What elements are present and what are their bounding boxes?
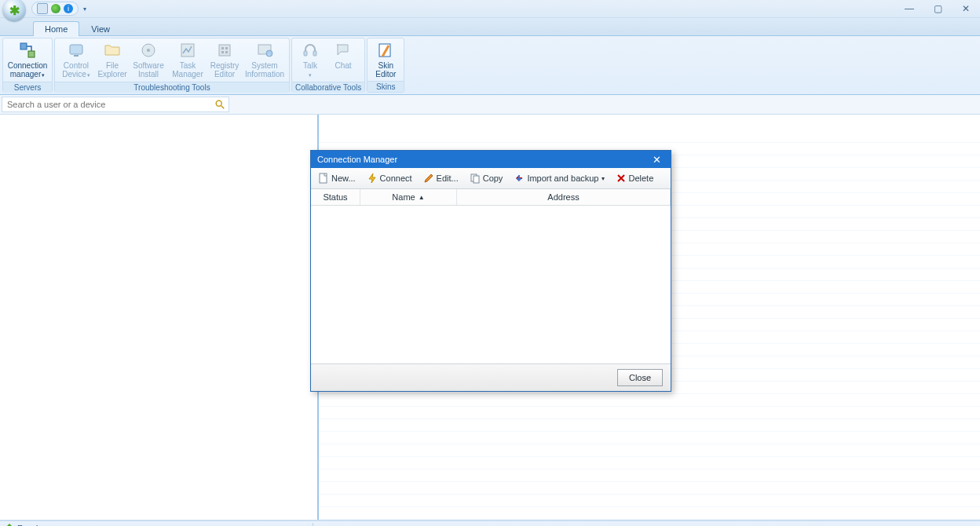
dialog-titlebar[interactable]: Connection Manager ✕ (311, 151, 671, 168)
connect-button[interactable]: Connect (364, 171, 415, 185)
qat-info-icon[interactable]: i (64, 4, 73, 13)
svg-rect-22 (474, 176, 479, 183)
column-address[interactable]: Address (457, 189, 671, 205)
control-device-button[interactable]: ControlDevice▾ (57, 39, 96, 81)
registry-editor-button[interactable]: RegistryEditor (207, 39, 242, 81)
registry-editor-icon (214, 41, 236, 60)
svg-rect-15 (304, 51, 307, 56)
connection-manager-icon (16, 41, 38, 60)
ribbon: Connectionmanager▾ Servers ControlDevice… (0, 36, 980, 95)
title-bar: ✱ i ▾ — ▢ ✕ (0, 0, 980, 18)
skin-editor-button[interactable]: SkinEditor (369, 39, 402, 80)
svg-text:i: i (269, 52, 269, 57)
sort-asc-icon: ▲ (419, 194, 425, 201)
search-row (0, 95, 980, 115)
search-icon[interactable] (214, 99, 225, 110)
svg-point-18 (216, 100, 221, 106)
status-bar: Ready (0, 521, 980, 526)
dialog-close-button[interactable]: ✕ (649, 154, 664, 166)
software-install-icon (137, 41, 159, 60)
ribbon-group-skins-label: Skins (368, 81, 404, 92)
copy-icon (470, 173, 481, 184)
new-icon (318, 173, 329, 184)
qat-world-icon[interactable] (51, 4, 60, 13)
svg-rect-10 (221, 51, 224, 53)
connection-manager-label-l1: Connection (8, 61, 48, 70)
window-close-button[interactable]: ✕ (952, 0, 980, 17)
app-logo-icon: ✱ (9, 3, 20, 18)
skin-editor-icon (375, 41, 397, 60)
ribbon-tabs: Home View (0, 18, 980, 36)
chevron-down-icon: ▾ (602, 175, 605, 182)
svg-point-5 (147, 49, 150, 52)
ribbon-group-servers-label: Servers (3, 82, 52, 93)
chat-icon (332, 41, 354, 60)
chat-button[interactable]: Chat (327, 39, 360, 81)
system-information-icon: i (254, 41, 276, 60)
search-box (2, 97, 229, 112)
search-input[interactable] (5, 99, 214, 110)
ribbon-group-skins: SkinEditor Skins (367, 38, 404, 93)
file-explorer-button[interactable]: FileExplorer (96, 39, 129, 81)
pencil-icon (423, 173, 434, 184)
software-install-button[interactable]: SoftwareInstall (129, 39, 168, 81)
delete-button[interactable]: Delete (613, 171, 656, 185)
svg-rect-20 (320, 174, 327, 183)
dialog-footer: Close (311, 363, 671, 391)
svg-rect-7 (219, 45, 230, 56)
connection-manager-button[interactable]: Connectionmanager▾ (5, 39, 50, 81)
quick-access-toolbar: i ▾ (31, 0, 88, 17)
svg-rect-11 (225, 51, 228, 53)
ribbon-group-collaborative: Talk▾ Chat Collaborative Tools (291, 38, 365, 93)
qat-customize-button[interactable]: ▾ (82, 5, 88, 13)
dialog-list-body (311, 206, 671, 363)
tab-view[interactable]: View (79, 21, 122, 36)
headset-icon (299, 41, 321, 60)
workspace: Connection Manager ✕ New... Connect Edit… (0, 115, 980, 521)
copy-button[interactable]: Copy (467, 171, 506, 185)
window-maximize-button[interactable]: ▢ (923, 0, 952, 17)
svg-rect-2 (70, 45, 82, 54)
column-status[interactable]: Status (311, 189, 360, 205)
svg-rect-1 (28, 51, 35, 57)
window-minimize-button[interactable]: — (895, 0, 923, 17)
dialog-title-text: Connection Manager (317, 155, 397, 164)
qat-mail-icon[interactable] (37, 3, 48, 14)
new-button[interactable]: New... (316, 171, 358, 185)
import-backup-icon (514, 173, 525, 184)
left-pane (0, 115, 319, 520)
control-device-icon (65, 41, 87, 60)
import-backup-button[interactable]: Import and backup ▾ (511, 171, 606, 185)
close-button[interactable]: Close (617, 369, 663, 386)
edit-button[interactable]: Edit... (421, 171, 461, 185)
svg-rect-9 (225, 47, 228, 49)
ribbon-group-collaborative-label: Collaborative Tools (292, 82, 364, 93)
dialog-toolbar: New... Connect Edit... Copy Import and b… (311, 168, 671, 189)
delete-icon (616, 173, 627, 184)
ribbon-group-servers: Connectionmanager▾ Servers (2, 38, 53, 93)
ribbon-group-troubleshooting-label: Troubleshooting Tools (55, 82, 289, 93)
tab-home[interactable]: Home (33, 21, 79, 36)
svg-line-19 (221, 106, 225, 109)
dialog-column-headers: Status Name ▲ Address (311, 189, 671, 206)
svg-rect-0 (20, 43, 27, 49)
svg-rect-8 (221, 47, 224, 49)
column-name[interactable]: Name ▲ (360, 189, 457, 205)
task-manager-icon (177, 41, 199, 60)
task-manager-button[interactable]: TaskManager (168, 39, 207, 81)
system-information-button[interactable]: i SystemInformation (242, 39, 287, 81)
ribbon-group-troubleshooting: ControlDevice▾ FileExplorer SoftwareInst… (54, 38, 290, 93)
connection-manager-dialog: Connection Manager ✕ New... Connect Edit… (310, 150, 671, 392)
svg-rect-3 (74, 55, 79, 57)
status-separator (313, 523, 313, 526)
talk-button[interactable]: Talk▾ (294, 39, 327, 81)
lightning-icon (367, 173, 378, 184)
svg-rect-16 (313, 51, 316, 56)
folder-icon (101, 41, 123, 60)
connection-manager-label-l2: manager (10, 70, 41, 79)
